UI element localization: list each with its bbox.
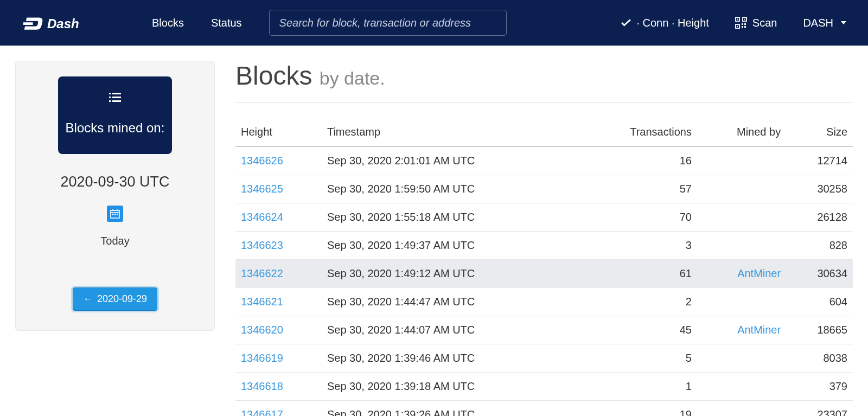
table-row: 1346623Sep 30, 2020 1:49:37 AM UTC3828: [235, 232, 853, 260]
cell-mined-by: AntMiner: [697, 260, 786, 288]
search-input[interactable]: [269, 10, 507, 36]
svg-rect-10: [742, 26, 743, 28]
svg-rect-24: [117, 214, 118, 215]
dash-logo[interactable]: Dash: [22, 14, 103, 31]
cell-transactions: 1: [579, 373, 697, 401]
blocks-mined-card: Blocks mined on:: [58, 76, 172, 154]
nav-links: Blocks Status: [152, 17, 242, 29]
table-row: 1346626Sep 30, 2020 2:01:01 AM UTC161271…: [235, 146, 853, 175]
connection-status[interactable]: · Conn · Height: [621, 17, 709, 29]
list-icon: [109, 93, 121, 103]
cell-timestamp: Sep 30, 2020 2:01:01 AM UTC: [322, 146, 579, 175]
svg-rect-13: [112, 93, 121, 94]
cell-timestamp: Sep 30, 2020 1:59:50 AM UTC: [322, 175, 579, 203]
chevron-down-icon: [841, 21, 846, 24]
svg-rect-23: [114, 214, 116, 215]
col-timestamp: Timestamp: [322, 118, 579, 146]
svg-rect-7: [737, 26, 738, 27]
block-height-link[interactable]: 1346626: [241, 155, 283, 167]
currency-dropdown[interactable]: DASH: [803, 17, 846, 29]
cell-mined-by: [697, 175, 786, 203]
search-wrap: [269, 10, 507, 36]
cell-size: 828: [786, 232, 853, 260]
cell-mined-by: [697, 146, 786, 175]
cell-size: 8038: [786, 344, 853, 373]
col-mined-by: Mined by: [697, 118, 786, 146]
nav-status[interactable]: Status: [211, 17, 242, 29]
selected-date: 2020-09-30 UTC: [60, 174, 169, 190]
nav-blocks[interactable]: Blocks: [152, 17, 184, 29]
cell-timestamp: Sep 30, 2020 1:39:26 AM UTC: [322, 401, 579, 417]
cell-size: 30258: [786, 175, 853, 203]
block-height-link[interactable]: 1346624: [241, 211, 283, 223]
table-row: 1346617Sep 30, 2020 1:39:26 AM UTC192330…: [235, 401, 853, 417]
cell-transactions: 70: [579, 203, 697, 232]
navbar: Dash Blocks Status · Conn · Height: [0, 0, 868, 46]
block-height-link[interactable]: 1346622: [241, 267, 283, 279]
conn-height-text: · Conn · Height: [636, 17, 709, 29]
block-height-link[interactable]: 1346620: [241, 324, 283, 336]
currency-label: DASH: [803, 17, 833, 29]
cell-timestamp: Sep 30, 2020 1:49:12 AM UTC: [322, 260, 579, 288]
cell-size: 604: [786, 288, 853, 316]
table-row: 1346619Sep 30, 2020 1:39:46 AM UTC58038: [235, 344, 853, 373]
cell-timestamp: Sep 30, 2020 1:44:07 AM UTC: [322, 316, 579, 344]
calendar-button[interactable]: [107, 206, 123, 222]
qr-icon: [735, 17, 747, 29]
main-content: Blocks by date. Height Timestamp Transac…: [235, 61, 853, 416]
today-label: Today: [100, 235, 129, 247]
block-height-link[interactable]: 1346617: [241, 408, 283, 416]
blocks-mined-label: Blocks mined on:: [66, 119, 165, 138]
page-title-main: Blocks: [235, 61, 312, 90]
cell-transactions: 16: [579, 146, 697, 175]
cell-size: 12714: [786, 146, 853, 175]
cell-transactions: 61: [579, 260, 697, 288]
page-title: Blocks by date.: [235, 61, 853, 103]
table-row: 1346621Sep 30, 2020 1:44:47 AM UTC2604: [235, 288, 853, 316]
previous-date-button[interactable]: ← 2020-09-29: [73, 287, 157, 311]
scan-button[interactable]: Scan: [735, 17, 777, 29]
block-height-link[interactable]: 1346625: [241, 183, 283, 195]
cell-size: 26128: [786, 203, 853, 232]
cell-timestamp: Sep 30, 2020 1:39:18 AM UTC: [322, 373, 579, 401]
cell-size: 23307: [786, 401, 853, 417]
blocks-table: Height Timestamp Transactions Mined by S…: [235, 118, 853, 416]
col-transactions: Transactions: [579, 118, 697, 146]
miner-link[interactable]: AntMiner: [737, 324, 781, 336]
calendar-icon: [110, 209, 120, 219]
block-height-link[interactable]: 1346618: [241, 380, 283, 392]
svg-rect-17: [112, 100, 121, 102]
svg-rect-14: [109, 97, 111, 98]
block-height-link[interactable]: 1346623: [241, 239, 283, 251]
cell-timestamp: Sep 30, 2020 1:49:37 AM UTC: [322, 232, 579, 260]
cell-mined-by: [697, 203, 786, 232]
sidebar: Blocks mined on: 2020-09-30 UTC Today ← …: [15, 61, 215, 331]
cell-mined-by: [697, 373, 786, 401]
col-size: Size: [786, 118, 853, 146]
cell-size: 18665: [786, 316, 853, 344]
svg-rect-6: [744, 19, 745, 20]
cell-transactions: 19: [579, 401, 697, 417]
svg-rect-9: [744, 23, 746, 25]
col-height: Height: [235, 118, 322, 146]
table-row: 1346622Sep 30, 2020 1:49:12 AM UTC61AntM…: [235, 260, 853, 288]
block-height-link[interactable]: 1346621: [241, 296, 283, 308]
svg-rect-11: [744, 26, 746, 28]
prev-date-label: 2020-09-29: [97, 293, 147, 305]
table-row: 1346624Sep 30, 2020 1:55:18 AM UTC702612…: [235, 203, 853, 232]
svg-rect-12: [109, 93, 111, 94]
svg-rect-8: [742, 23, 743, 25]
main-container: Blocks mined on: 2020-09-30 UTC Today ← …: [0, 46, 868, 416]
nav-right: · Conn · Height Scan DASH: [621, 17, 846, 29]
miner-link[interactable]: AntMiner: [737, 267, 781, 279]
svg-rect-15: [112, 97, 121, 98]
table-row: 1346620Sep 30, 2020 1:44:07 AM UTC45AntM…: [235, 316, 853, 344]
cell-timestamp: Sep 30, 2020 1:39:46 AM UTC: [322, 344, 579, 373]
cell-mined-by: [697, 401, 786, 417]
cell-transactions: 45: [579, 316, 697, 344]
block-height-link[interactable]: 1346619: [241, 352, 283, 364]
cell-size: 379: [786, 373, 853, 401]
svg-text:Dash: Dash: [47, 16, 79, 31]
cell-transactions: 5: [579, 344, 697, 373]
svg-rect-0: [23, 22, 33, 25]
